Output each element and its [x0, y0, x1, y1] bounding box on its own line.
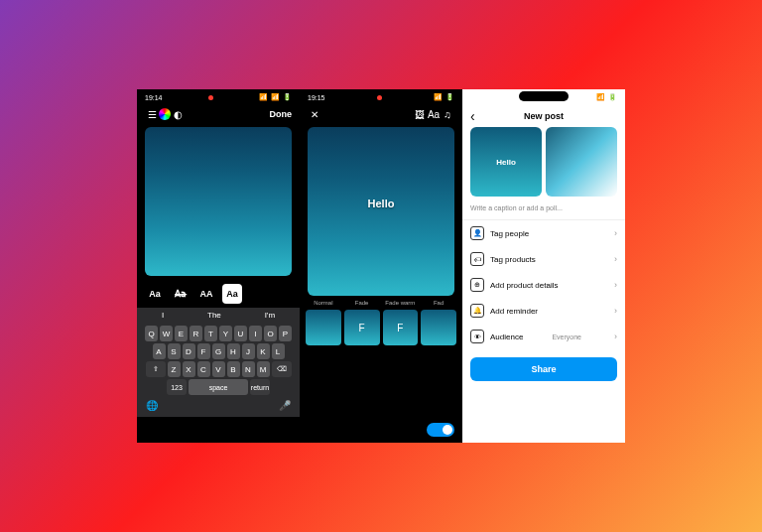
option-label: Tag people	[490, 229, 529, 238]
filter-toolbar: ✕ 🖼 Aa ♫	[300, 105, 462, 123]
key-g[interactable]: G	[212, 343, 225, 359]
mic-icon[interactable]: 🎤	[279, 400, 291, 411]
option-tag-products[interactable]: 🏷Tag products›	[462, 246, 625, 272]
status-icons: 📶 📶 🔋	[259, 93, 292, 101]
battery-icon: 🔋	[608, 93, 617, 101]
key-c[interactable]: C	[197, 361, 210, 377]
suggestion-1[interactable]: I	[162, 311, 164, 320]
key-r[interactable]: R	[190, 326, 202, 341]
done-button[interactable]: Done	[270, 109, 293, 119]
keyboard-row-3: ⇧ZXCVBNM⌫	[140, 361, 297, 377]
chevron-right-icon: ›	[614, 228, 617, 238]
status-icons: 📶 🔋	[434, 93, 454, 101]
caption-input[interactable]: Write a caption or add a poll...	[462, 197, 625, 220]
music-icon[interactable]: ♫	[441, 107, 454, 121]
option-audience[interactable]: 👁AudienceEveryone›	[462, 324, 625, 349]
image-preview[interactable]	[145, 127, 292, 276]
globe-icon[interactable]: 🌐	[146, 400, 158, 411]
image-preview[interactable]: Hello	[308, 127, 454, 296]
key-t[interactable]: T	[204, 326, 217, 341]
key-v[interactable]: V	[212, 361, 225, 377]
key-delete[interactable]: ⌫	[272, 361, 292, 377]
post-thumb-1[interactable]: Hello	[470, 127, 542, 197]
suggestion-2[interactable]: The	[207, 311, 221, 320]
key-123[interactable]: 123	[167, 379, 187, 395]
thumb-text: Hello	[496, 158, 516, 167]
keyboard-bottom: 🌐 🎤	[140, 397, 297, 414]
close-icon[interactable]: ✕	[308, 107, 321, 121]
back-icon[interactable]: ‹	[470, 108, 475, 124]
option-icon: 👁	[470, 330, 484, 343]
font-option-2[interactable]: A̶a̶	[171, 284, 190, 304]
filter-thumb-fadewarm[interactable]: F	[383, 310, 419, 345]
key-h[interactable]: H	[227, 343, 240, 359]
option-tag-people[interactable]: 👤Tag people›	[462, 220, 625, 246]
notch	[519, 91, 569, 101]
key-a[interactable]: A	[153, 343, 166, 359]
filter-thumbnails: F F	[300, 306, 462, 349]
new-post-header: ‹ New post	[462, 105, 625, 127]
align-icon[interactable]: ☰	[145, 107, 159, 121]
key-f[interactable]: F	[197, 343, 210, 359]
option-icon: ⊕	[470, 278, 484, 292]
key-z[interactable]: Z	[168, 361, 181, 377]
font-option-4[interactable]: Aa	[222, 284, 242, 304]
page-title: New post	[524, 111, 564, 121]
share-button[interactable]: Share	[470, 357, 617, 381]
recording-indicator	[377, 95, 382, 100]
chevron-right-icon: ›	[614, 254, 617, 264]
key-i[interactable]: I	[249, 326, 262, 341]
filter-label-fade[interactable]: Fade	[344, 300, 380, 306]
color-picker-icon[interactable]	[159, 108, 171, 120]
font-option-1[interactable]: Aa	[145, 284, 165, 304]
key-j[interactable]: J	[242, 343, 255, 359]
chevron-right-icon: ›	[614, 280, 617, 290]
key-x[interactable]: X	[183, 361, 195, 377]
key-u[interactable]: U	[234, 326, 247, 341]
keyboard-row-1: QWERTYUIOP	[140, 326, 297, 341]
option-sub: Everyone	[552, 333, 581, 340]
suggestion-3[interactable]: I'm	[265, 311, 275, 320]
overlay-text: Hello	[368, 198, 395, 209]
status-bar: 19:14 📶 📶 🔋	[137, 89, 300, 105]
keyboard-row-4: 123 space return	[140, 379, 297, 395]
key-s[interactable]: S	[168, 343, 181, 359]
key-return[interactable]: return	[250, 379, 270, 395]
key-n[interactable]: N	[242, 361, 255, 377]
key-e[interactable]: E	[175, 326, 188, 341]
key-y[interactable]: Y	[219, 326, 232, 341]
option-add-reminder[interactable]: 🔔Add reminder›	[462, 298, 625, 324]
phone-text-editor: 19:14 📶 📶 🔋 ☰ ◐ Done Aa A̶a̶ AA Aa I The…	[137, 89, 300, 443]
key-m[interactable]: M	[257, 361, 270, 377]
option-label: Tag products	[490, 255, 536, 264]
font-option-3[interactable]: AA	[196, 284, 216, 304]
filter-label-4[interactable]: Fad	[421, 300, 456, 306]
filter-label-normal[interactable]: Normal	[306, 300, 341, 306]
filter-thumb-normal[interactable]	[306, 310, 341, 345]
key-space[interactable]: space	[189, 379, 248, 395]
image-icon[interactable]: 🖼	[413, 107, 427, 121]
toggle-switch[interactable]	[427, 423, 454, 437]
key-d[interactable]: D	[183, 343, 195, 359]
keyboard: QWERTYUIOP ASDFGHJKL ⇧ZXCVBNM⌫ 123 space…	[137, 323, 300, 417]
chevron-right-icon: ›	[614, 306, 617, 316]
key-p[interactable]: P	[279, 326, 292, 341]
text-icon[interactable]: Aa	[427, 107, 441, 121]
effect-icon[interactable]: ◐	[171, 107, 185, 121]
key-k[interactable]: K	[257, 343, 270, 359]
battery-icon: 🔋	[445, 93, 454, 101]
key-w[interactable]: W	[160, 326, 173, 341]
battery-icon: 🔋	[283, 93, 292, 101]
option-add-product-details[interactable]: ⊕Add product details›	[462, 272, 625, 298]
key-q[interactable]: Q	[145, 326, 158, 341]
option-icon: 👤	[470, 226, 484, 240]
filter-thumb-fade[interactable]: F	[344, 310, 380, 345]
key-b[interactable]: B	[227, 361, 240, 377]
key-shift[interactable]: ⇧	[146, 361, 166, 377]
post-thumb-2[interactable]	[546, 127, 617, 197]
key-l[interactable]: L	[272, 343, 285, 359]
key-o[interactable]: O	[264, 326, 277, 341]
filter-label-fadewarm[interactable]: Fade warm	[383, 300, 419, 306]
filter-thumb-4[interactable]	[421, 310, 456, 345]
keyboard-suggestions: I The I'm	[137, 308, 300, 323]
